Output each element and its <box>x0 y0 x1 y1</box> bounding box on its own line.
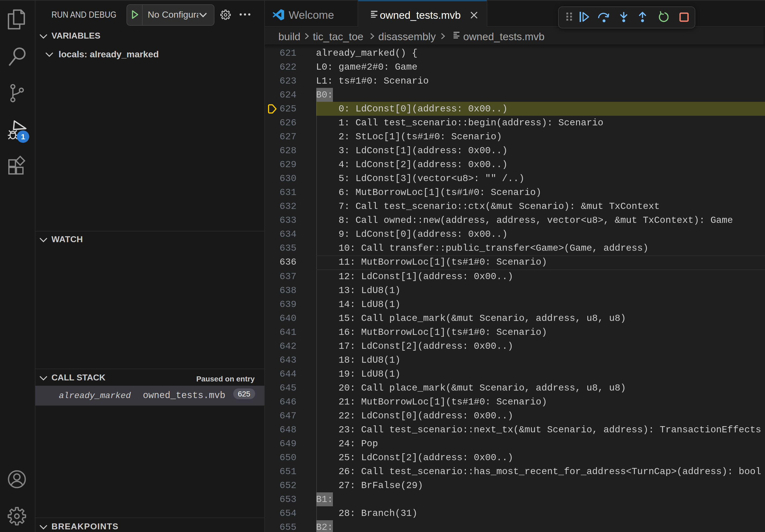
svg-text:1: 1 <box>21 133 25 141</box>
